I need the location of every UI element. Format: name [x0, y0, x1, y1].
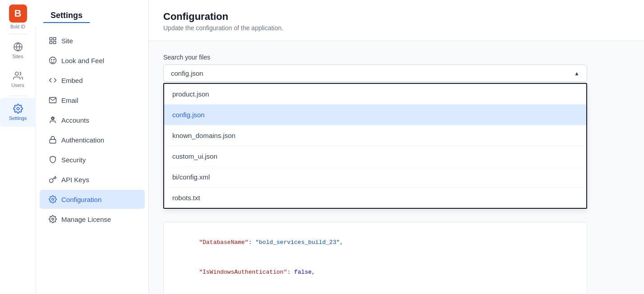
users-label: Users [11, 83, 24, 88]
dropdown-option-custom-ui-json[interactable]: custom_ui.json [164, 146, 586, 167]
manage-license-icon [49, 215, 57, 223]
sidebar-item-authentication[interactable]: Authentication [40, 130, 145, 149]
sidebar-item-security[interactable]: Security [40, 150, 145, 169]
code-icon [49, 76, 57, 84]
sidebar-item-api-keys[interactable]: API Keys [40, 170, 145, 189]
lock-icon [49, 136, 57, 144]
sidebar-item-manage-license[interactable]: Manage License [40, 210, 145, 229]
grid-icon [49, 37, 57, 45]
code-line-1: "DatabaseName": "bold_services_build_23"… [171, 228, 580, 257]
api-keys-label: API Keys [61, 176, 89, 184]
main-header: Configuration Update the configuration o… [149, 0, 644, 41]
email-label: Email [61, 96, 78, 104]
dropdown-option-known-domains-json[interactable]: known_domains.json [164, 125, 586, 146]
embed-label: Embed [61, 77, 83, 84]
sidebar-item-look-and-feel[interactable]: Look and Feel [40, 51, 145, 70]
sidebar-title: Settings [43, 7, 90, 23]
page-title: Configuration [163, 11, 630, 23]
divider-2 [9, 96, 27, 96]
page-subtitle: Update the configuration of the applicat… [163, 24, 630, 32]
sidebar-item-site[interactable]: Site [40, 31, 145, 50]
svg-point-3 [17, 107, 19, 110]
logo-box: B [9, 5, 27, 23]
file-search-dropdown-container: config.json ▲ product.json config.json k… [163, 64, 587, 82]
main-body: Search your files config.json ▲ product.… [149, 41, 644, 294]
app-logo[interactable]: B [0, 0, 36, 27]
svg-point-16 [52, 218, 54, 220]
svg-point-2 [15, 72, 18, 75]
dropdown-option-robots-txt[interactable]: robots.txt [164, 188, 586, 208]
users-icon [13, 71, 23, 81]
svg-rect-7 [54, 41, 56, 44]
sidebar-item-email[interactable]: Email [40, 91, 145, 110]
look-and-feel-label: Look and Feel [61, 57, 104, 64]
authentication-label: Authentication [61, 136, 104, 144]
divider-1 [9, 34, 27, 34]
svg-rect-14 [50, 139, 56, 143]
icon-bar: B Bold ID Sites Users Settings [0, 0, 36, 294]
sidebar-item-accounts[interactable]: Accounts [40, 110, 145, 129]
sidebar-item-users[interactable]: Users [0, 65, 36, 94]
sidebar: Settings Site Look and Feel Embed Email [36, 0, 149, 294]
key-icon [49, 175, 57, 184]
svg-rect-5 [54, 37, 56, 40]
dropdown-option-product-json[interactable]: product.json [164, 84, 586, 105]
security-label: Security [61, 156, 86, 164]
brand-name: Bold ID [10, 24, 25, 29]
svg-point-10 [54, 60, 55, 60]
svg-rect-13 [51, 118, 54, 119]
file-search-dropdown-trigger[interactable]: config.json ▲ [163, 64, 587, 82]
code-preview: "DatabaseName": "bold_services_build_23"… [163, 222, 587, 294]
logo-letter: B [14, 8, 22, 19]
settings-label: Settings [9, 115, 27, 121]
gear-icon-bar [13, 104, 23, 114]
svg-rect-4 [50, 37, 52, 40]
globe-icon [13, 42, 23, 52]
manage-license-label: Manage License [61, 216, 111, 223]
chevron-up-icon: ▲ [574, 70, 580, 77]
file-search-dropdown-menu: product.json config.json known_domains.j… [163, 83, 587, 209]
sidebar-item-configuration[interactable]: Configuration [40, 190, 145, 209]
sidebar-item-sites[interactable]: Sites [0, 36, 36, 65]
sidebar-item-settings[interactable]: Settings [0, 98, 36, 127]
main-content: Configuration Update the configuration o… [149, 0, 644, 294]
code-line-3: "Port": "", [171, 288, 580, 294]
search-files-label: Search your files [163, 54, 630, 61]
sites-label: Sites [12, 54, 23, 59]
dropdown-selected-value: config.json [171, 69, 203, 77]
sidebar-item-embed[interactable]: Embed [40, 71, 145, 90]
dropdown-option-config-json[interactable]: config.json [164, 105, 586, 125]
smile-icon [49, 56, 57, 64]
shield-icon [49, 156, 57, 164]
person-badge-icon [49, 116, 57, 124]
dropdown-option-bi-config-xml[interactable]: bi/config.xml [164, 167, 586, 188]
configuration-label: Configuration [61, 196, 101, 203]
svg-point-9 [51, 60, 52, 60]
svg-point-15 [52, 198, 54, 201]
svg-rect-6 [50, 41, 52, 44]
code-line-2: "IsWindowsAuthentication": false, [171, 257, 580, 287]
config-gear-icon [49, 195, 57, 203]
sidebar-title-wrap: Settings [36, 7, 148, 28]
mail-icon [49, 96, 57, 104]
site-label: Site [61, 37, 73, 45]
accounts-label: Accounts [61, 116, 89, 124]
